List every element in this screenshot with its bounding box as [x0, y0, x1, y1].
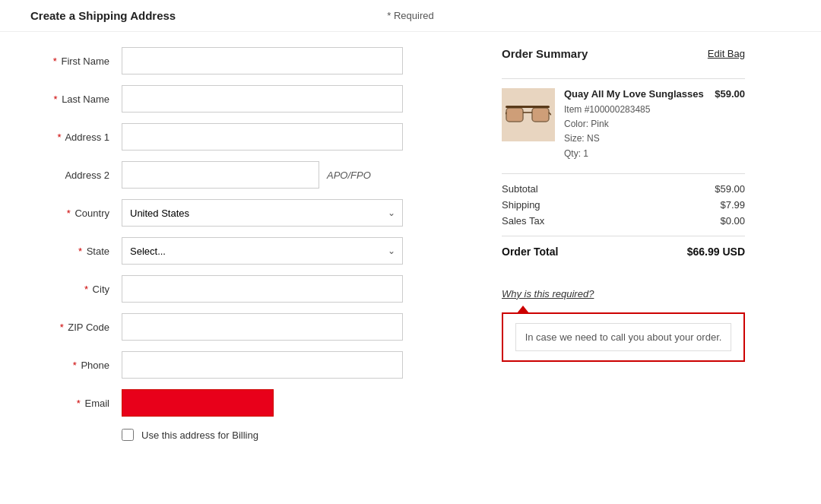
city-label: * City — [30, 284, 122, 295]
last-name-input[interactable] — [122, 85, 403, 113]
email-label: * Email — [30, 398, 122, 409]
address2-input[interactable] — [122, 161, 319, 189]
address1-input[interactable] — [122, 123, 403, 151]
product-qty: Qty: 1 — [564, 147, 705, 161]
apo-fpo-link[interactable]: APO/FPO — [327, 170, 371, 181]
page-wrapper: * First Name * Last Name * Address 1 Add… — [0, 32, 821, 456]
zip-row: * ZIP Code — [30, 313, 471, 341]
required-star: * — [57, 132, 61, 143]
required-star: * — [53, 55, 57, 67]
phone-row: * Phone — [30, 351, 471, 379]
shipping-form: * First Name * Last Name * Address 1 Add… — [30, 47, 471, 441]
zip-label: * ZIP Code — [30, 322, 122, 333]
form-title: Create a Shipping Address — [30, 9, 176, 22]
address1-label: * Address 1 — [30, 132, 122, 143]
state-select[interactable]: Select... Alabama Alaska California New … — [122, 237, 403, 265]
order-divider-2 — [502, 173, 745, 174]
phone-tooltip-container: Why is this required? In case we need to… — [502, 288, 745, 362]
page-header: Create a Shipping Address * Required — [0, 0, 821, 32]
last-name-row: * Last Name — [30, 85, 471, 113]
product-size: Size: NS — [564, 132, 705, 146]
email-row: * Email — [30, 389, 471, 417]
tax-label: Sales Tax — [502, 215, 544, 227]
required-star: * — [78, 246, 82, 257]
order-summary-title: Order Summary — [502, 47, 588, 60]
total-label: Order Total — [502, 246, 558, 258]
sunglasses-icon — [506, 100, 551, 130]
product-item-number: Item #100000283485 — [564, 103, 705, 117]
required-star: * — [60, 322, 64, 333]
billing-checkbox-label: Use this address for Billing — [141, 430, 258, 441]
address2-label: Address 2 — [30, 170, 122, 181]
order-divider-3 — [502, 236, 745, 236]
phone-input[interactable] — [122, 351, 403, 379]
country-label: * Country — [30, 208, 122, 219]
address2-row: Address 2 APO/FPO — [30, 161, 471, 189]
tax-value: $0.00 — [720, 215, 745, 227]
product-image — [502, 88, 555, 141]
svg-rect-1 — [506, 108, 523, 122]
billing-checkbox-row: Use this address for Billing — [30, 429, 471, 441]
phone-label: * Phone — [30, 360, 122, 371]
required-note: * Required — [387, 10, 433, 21]
country-select-wrapper: United States Canada United Kingdom ⌄ — [122, 199, 403, 227]
state-select-wrapper: Select... Alabama Alaska California New … — [122, 237, 403, 265]
state-label: * State — [30, 246, 122, 257]
tooltip-question[interactable]: Why is this required? — [502, 288, 745, 300]
shipping-value: $7.99 — [720, 199, 745, 211]
order-header: Order Summary Edit Bag — [502, 47, 745, 66]
tooltip-answer: In case we need to call you about your o… — [515, 323, 731, 351]
city-row: * City — [30, 275, 471, 303]
product-row: Quay All My Love Sunglasses Item #100000… — [502, 88, 745, 161]
country-select[interactable]: United States Canada United Kingdom — [122, 199, 403, 227]
state-row: * State Select... Alabama Alaska Califor… — [30, 237, 471, 265]
svg-rect-2 — [532, 108, 549, 122]
email-input[interactable] — [122, 389, 274, 417]
product-name: Quay All My Love Sunglasses — [564, 88, 705, 100]
product-price: $59.00 — [715, 88, 745, 161]
shipping-label: Shipping — [502, 199, 540, 211]
required-star: * — [84, 284, 88, 295]
subtotal-row: Subtotal $59.00 — [502, 183, 745, 195]
product-color: Color: Pink — [564, 117, 705, 132]
subtotal-value: $59.00 — [715, 183, 745, 195]
total-value: $66.99 USD — [687, 246, 745, 258]
address1-row: * Address 1 — [30, 123, 471, 151]
billing-checkbox[interactable] — [122, 429, 134, 441]
last-name-label: * Last Name — [30, 94, 122, 105]
country-row: * Country United States Canada United Ki… — [30, 199, 471, 227]
first-name-label: * First Name — [30, 55, 122, 67]
edit-bag-link[interactable]: Edit Bag — [708, 48, 745, 59]
order-summary-section: Order Summary Edit Bag — [502, 47, 745, 441]
first-name-row: * First Name — [30, 47, 471, 74]
zip-input[interactable] — [122, 313, 403, 341]
required-star: * — [53, 94, 57, 105]
first-name-input[interactable] — [122, 47, 403, 74]
required-star: * — [77, 398, 81, 409]
city-input[interactable] — [122, 275, 403, 303]
shipping-row: Shipping $7.99 — [502, 199, 745, 211]
tooltip-box: In case we need to call you about your o… — [502, 312, 745, 362]
tax-row: Sales Tax $0.00 — [502, 215, 745, 227]
subtotal-label: Subtotal — [502, 183, 538, 195]
order-divider — [502, 78, 745, 79]
product-details: Quay All My Love Sunglasses Item #100000… — [564, 88, 705, 161]
required-star: * — [73, 360, 77, 371]
required-star: * — [67, 208, 71, 219]
total-row: Order Total $66.99 USD — [502, 246, 745, 258]
